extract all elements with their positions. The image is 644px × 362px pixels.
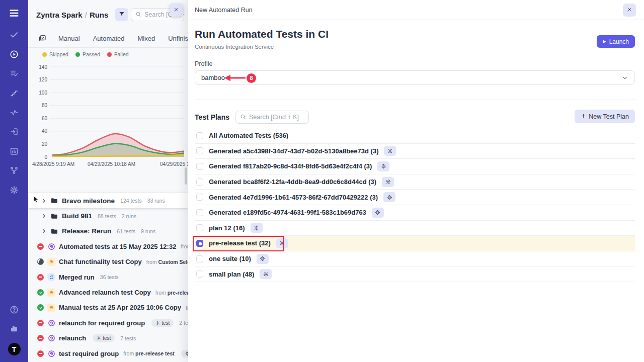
run-row[interactable]: Bravo milestone124 tests33 runs bbox=[28, 193, 188, 208]
test-plan-row[interactable]: pre-release test (32) bbox=[195, 236, 635, 251]
test-plan-row[interactable]: Generated f817ab20-9c8d-434f-8fd6-5d63e4… bbox=[195, 159, 635, 174]
tab-automated[interactable]: Automated bbox=[93, 35, 125, 42]
run-row[interactable]: relaunchtest7 tests bbox=[28, 331, 188, 346]
test-plan-row[interactable]: Generated a5c4398f-34d7-43d7-b02d-5130a8… bbox=[195, 144, 635, 159]
run-row[interactable]: Automated tests at 15 May 2025 12:32from… bbox=[28, 239, 188, 254]
plan-settings-button[interactable] bbox=[260, 269, 272, 279]
run-row[interactable]: relaunch for required grouptest2 tests bbox=[28, 315, 188, 330]
plan-checkbox[interactable] bbox=[196, 194, 203, 201]
plan-settings-button[interactable] bbox=[372, 208, 384, 218]
new-test-plan-button[interactable]: New Test Plan bbox=[575, 110, 635, 123]
runs-tabs: ManualAutomatedMixedUnfinished bbox=[28, 29, 188, 48]
page-title: Run Automated Tests in CI bbox=[195, 28, 635, 40]
plan-settings-button[interactable] bbox=[257, 254, 269, 264]
plan-settings-button[interactable] bbox=[383, 192, 395, 202]
run-row[interactable]: test required groupfrom pre-release test… bbox=[28, 346, 188, 361]
sidebar: T bbox=[0, 0, 28, 362]
chevron-right-icon[interactable] bbox=[41, 198, 47, 204]
plan-checkbox[interactable] bbox=[196, 224, 203, 231]
plan-checkbox[interactable] bbox=[196, 178, 203, 186]
chevron-right-icon[interactable] bbox=[41, 228, 47, 234]
folder-icon bbox=[50, 212, 58, 220]
svg-text:20: 20 bbox=[42, 141, 48, 147]
sidebar-item-activity[interactable] bbox=[0, 104, 28, 123]
plan-checkbox[interactable] bbox=[196, 132, 203, 139]
sidebar-item-play-circle[interactable] bbox=[0, 46, 28, 65]
test-plan-row[interactable]: one suite (10) bbox=[195, 251, 635, 267]
plan-checkbox[interactable] bbox=[196, 255, 203, 262]
plan-checkbox[interactable] bbox=[196, 209, 203, 216]
run-row[interactable]: Build 98188 tests2 runs bbox=[28, 208, 188, 223]
run-name: Release: Rerun bbox=[62, 227, 111, 235]
launch-button[interactable]: ▶ Launch bbox=[597, 35, 635, 48]
run-tests-count: 88 tests bbox=[98, 213, 116, 219]
sidebar-item-steps[interactable] bbox=[0, 84, 28, 104]
svg-text:140: 140 bbox=[39, 64, 47, 70]
x-axis-label: 4/28/2025 9:19 AM bbox=[32, 161, 74, 167]
close-icon bbox=[626, 7, 632, 14]
run-row[interactable]: Chat functinality test Copyfrom Custom S… bbox=[28, 254, 188, 269]
burst-icon bbox=[47, 289, 55, 297]
plan-settings-button[interactable] bbox=[382, 177, 394, 187]
run-row[interactable]: Manual tests at 25 Apr 2025 10:06 Copyfr… bbox=[28, 300, 188, 315]
sidebar-item-help-circle[interactable] bbox=[0, 301, 28, 320]
project-name[interactable]: Zyntra Spark bbox=[36, 11, 83, 19]
panel-body: Run Automated Tests in CI ▶ Launch Conti… bbox=[188, 28, 644, 282]
run-row[interactable]: Merged run36 tests bbox=[28, 269, 188, 285]
sidebar-item-import[interactable] bbox=[0, 123, 28, 143]
select-all-icon[interactable] bbox=[38, 34, 46, 42]
plan-checkbox[interactable] bbox=[196, 240, 203, 247]
plan-settings-button[interactable] bbox=[377, 161, 389, 171]
test-plan-row[interactable]: small plan (48) bbox=[195, 266, 635, 282]
sync-icon bbox=[47, 273, 55, 281]
tab-unfinished[interactable]: Unfinished bbox=[168, 35, 188, 42]
sidebar-item-menu[interactable] bbox=[0, 2, 28, 26]
sidebar-item-branch[interactable] bbox=[0, 162, 28, 182]
plan-checkbox[interactable] bbox=[196, 270, 203, 278]
sidebar-item-logo[interactable]: T bbox=[0, 339, 28, 359]
search-placeholder: Search [Cmd + K] bbox=[249, 114, 299, 121]
sidebar-item-check[interactable] bbox=[0, 26, 28, 46]
left-close-button[interactable] bbox=[170, 4, 183, 17]
tabs-holder: ManualAutomatedMixedUnfinished bbox=[58, 35, 188, 42]
plan-settings-button[interactable] bbox=[276, 238, 288, 248]
test-plan-row[interactable]: Generated bca8f6f2-12fa-4ddb-8ea9-dd0c6c… bbox=[195, 174, 635, 190]
filter-button[interactable] bbox=[115, 8, 128, 21]
sidebar-item-list-check[interactable] bbox=[0, 65, 28, 84]
test-plan-row[interactable]: Generated e189fd5c-4974-4631-99f1-583c1b… bbox=[195, 205, 635, 221]
folder-icon bbox=[50, 197, 58, 205]
gear-icon bbox=[263, 272, 269, 277]
bar-chart-icon bbox=[10, 147, 19, 158]
panel-close-button[interactable] bbox=[623, 4, 636, 17]
plan-checkbox[interactable] bbox=[196, 147, 203, 154]
plan-checkbox[interactable] bbox=[196, 163, 203, 170]
profile-select[interactable]: bamboo 8 bbox=[195, 70, 635, 85]
sidebar-item-bar-chart[interactable] bbox=[0, 143, 28, 162]
plan-settings-button[interactable] bbox=[251, 223, 263, 233]
plan-settings-button[interactable] bbox=[384, 146, 396, 156]
run-tests-count: 7 tests bbox=[120, 335, 136, 341]
chevron-right-icon[interactable] bbox=[41, 213, 47, 219]
test-plan-row[interactable]: Generated 4e7d1996-1b61-4573-86f2-67dd70… bbox=[195, 190, 635, 205]
profile-value: bamboo bbox=[201, 74, 225, 81]
run-from: from Custom Selection bbox=[146, 259, 188, 265]
scrollbar[interactable] bbox=[185, 167, 187, 185]
new-test-plan-label: New Test Plan bbox=[589, 113, 629, 120]
run-row[interactable]: Release: Rerun61 tests9 runs bbox=[28, 224, 188, 239]
sidebar-item-gear[interactable] bbox=[0, 182, 28, 201]
runs-area-chart: 020406080100120140 bbox=[28, 60, 188, 161]
tab-mixed[interactable]: Mixed bbox=[138, 35, 155, 42]
run-name: relaunch for required group bbox=[59, 319, 145, 327]
legend-item-passed: Passed bbox=[75, 51, 100, 57]
tab-manual[interactable]: Manual bbox=[58, 35, 80, 42]
run-tests-count: 36 tests bbox=[100, 274, 119, 280]
gear-icon bbox=[10, 186, 19, 197]
legend-item-failed: Failed bbox=[107, 51, 129, 57]
run-row[interactable]: Advanced relaunch test Copyfrom pre-rele… bbox=[28, 285, 188, 300]
sidebar-item-folders[interactable] bbox=[0, 320, 28, 340]
status-blocked-icon bbox=[37, 320, 44, 326]
test-plan-row[interactable]: All Automated Tests (536) bbox=[195, 128, 635, 144]
test-plan-row[interactable]: plan 12 (16) bbox=[195, 221, 635, 236]
plan-label: Generated bca8f6f2-12fa-4ddb-8ea9-dd0c6c… bbox=[209, 178, 376, 186]
test-plans-search-input[interactable]: Search [Cmd + K] bbox=[235, 111, 309, 124]
